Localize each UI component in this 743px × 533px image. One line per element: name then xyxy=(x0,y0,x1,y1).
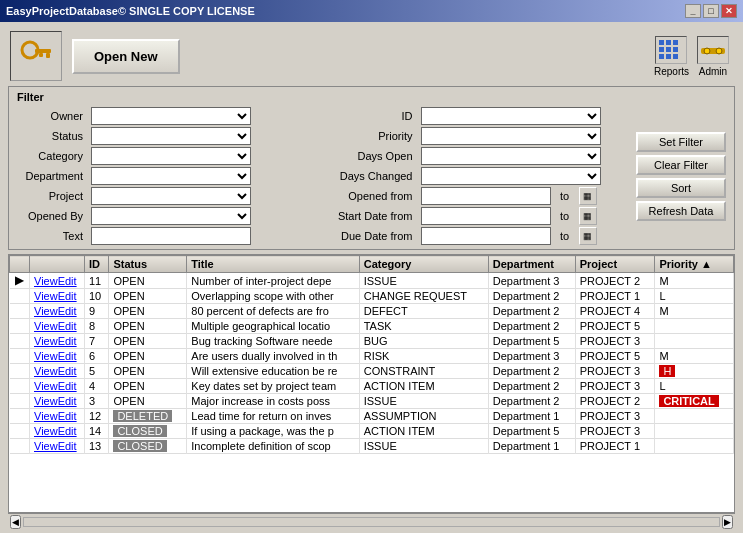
col-id[interactable]: ID xyxy=(85,256,109,273)
start-date-to-label: to xyxy=(555,210,575,222)
col-status[interactable]: Status xyxy=(109,256,187,273)
row-title: 80 percent of defects are fro xyxy=(187,304,359,319)
view-edit-link[interactable]: ViewEdit xyxy=(34,305,77,317)
row-priority: M xyxy=(655,304,734,319)
col-project[interactable]: Project xyxy=(575,256,655,273)
view-edit-link[interactable]: ViewEdit xyxy=(34,395,77,407)
row-status: OPEN xyxy=(109,304,187,319)
col-priority[interactable]: Priority ▲ xyxy=(655,256,734,273)
text-input[interactable] xyxy=(91,227,251,245)
admin-label: Admin xyxy=(699,66,727,77)
department-label: Department xyxy=(17,170,87,182)
opened-from-input[interactable] xyxy=(421,187,551,205)
view-edit-link[interactable]: ViewEdit xyxy=(34,275,77,287)
row-department: Department 2 xyxy=(488,289,575,304)
table-body: ▶ViewEdit11OPENNumber of inter-project d… xyxy=(10,273,734,454)
project-label: Project xyxy=(17,190,87,202)
view-edit-link[interactable]: ViewEdit xyxy=(34,290,77,302)
row-id: 10 xyxy=(85,289,109,304)
row-links[interactable]: ViewEdit xyxy=(30,304,85,319)
row-links[interactable]: ViewEdit xyxy=(30,334,85,349)
col-department[interactable]: Department xyxy=(488,256,575,273)
row-priority: CRITICAL xyxy=(655,394,734,409)
scroll-left-button[interactable]: ◀ xyxy=(10,515,21,529)
row-links[interactable]: ViewEdit xyxy=(30,394,85,409)
admin-icon[interactable] xyxy=(697,36,729,64)
row-priority: L xyxy=(655,289,734,304)
project-select[interactable] xyxy=(91,187,251,205)
row-category: DEFECT xyxy=(359,304,488,319)
col-title[interactable]: Title xyxy=(187,256,359,273)
title-text: EasyProjectDatabase© SINGLE COPY LICENSE xyxy=(6,5,255,17)
view-edit-link[interactable]: ViewEdit xyxy=(34,410,77,422)
view-edit-link[interactable]: ViewEdit xyxy=(34,365,77,377)
reports-icon[interactable] xyxy=(655,36,687,64)
view-edit-link[interactable]: ViewEdit xyxy=(34,350,77,362)
priority-select[interactable] xyxy=(421,127,601,145)
id-select[interactable] xyxy=(421,107,601,125)
row-priority: L xyxy=(655,379,734,394)
clear-filter-button[interactable]: Clear Filter xyxy=(636,155,726,175)
row-priority: M xyxy=(655,273,734,289)
refresh-data-button[interactable]: Refresh Data xyxy=(636,201,726,221)
row-department: Department 5 xyxy=(488,334,575,349)
days-open-select[interactable] xyxy=(421,147,601,165)
row-title: Will extensive education be re xyxy=(187,364,359,379)
sort-button[interactable]: Sort xyxy=(636,178,726,198)
row-indicator xyxy=(10,289,30,304)
row-links[interactable]: ViewEdit xyxy=(30,424,85,439)
view-edit-link[interactable]: ViewEdit xyxy=(34,335,77,347)
row-category: RISK xyxy=(359,349,488,364)
opened-from-date-btn[interactable]: ▦ xyxy=(579,187,597,205)
set-filter-button[interactable]: Set Filter xyxy=(636,132,726,152)
row-links[interactable]: ViewEdit xyxy=(30,409,85,424)
svg-rect-5 xyxy=(666,40,671,45)
start-date-input[interactable] xyxy=(421,207,551,225)
owner-select[interactable] xyxy=(91,107,251,125)
start-date-btn[interactable]: ▦ xyxy=(579,207,597,225)
start-date-label: Start Date from xyxy=(327,210,417,222)
maximize-button[interactable]: □ xyxy=(703,4,719,18)
view-edit-link[interactable]: ViewEdit xyxy=(34,320,77,332)
department-select[interactable] xyxy=(91,167,251,185)
row-links[interactable]: ViewEdit xyxy=(30,289,85,304)
reports-icon-group[interactable]: Reports xyxy=(654,36,689,77)
toolbar-icons: Reports Admin xyxy=(654,36,729,77)
due-date-btn[interactable]: ▦ xyxy=(579,227,597,245)
admin-icon-group[interactable]: Admin xyxy=(697,36,729,77)
due-date-input[interactable] xyxy=(421,227,551,245)
svg-rect-7 xyxy=(659,47,664,52)
row-links[interactable]: ViewEdit xyxy=(30,349,85,364)
col-category[interactable]: Category xyxy=(359,256,488,273)
row-category: ACTION ITEM xyxy=(359,379,488,394)
row-project: PROJECT 3 xyxy=(575,409,655,424)
row-status: OPEN xyxy=(109,349,187,364)
row-department: Department 3 xyxy=(488,349,575,364)
row-status: OPEN xyxy=(109,334,187,349)
opened-by-select[interactable] xyxy=(91,207,251,225)
filter-title: Filter xyxy=(17,91,726,103)
row-category: CHANGE REQUEST xyxy=(359,289,488,304)
row-indicator xyxy=(10,409,30,424)
row-links[interactable]: ViewEdit xyxy=(30,379,85,394)
view-edit-link[interactable]: ViewEdit xyxy=(34,380,77,392)
row-links[interactable]: ViewEdit xyxy=(30,319,85,334)
view-edit-link[interactable]: ViewEdit xyxy=(34,440,77,452)
svg-rect-2 xyxy=(46,53,50,58)
category-select[interactable] xyxy=(91,147,251,165)
view-edit-link[interactable]: ViewEdit xyxy=(34,425,77,437)
horizontal-scrollbar[interactable]: ◀ ▶ xyxy=(8,513,735,529)
days-changed-select[interactable] xyxy=(421,167,601,185)
close-button[interactable]: ✕ xyxy=(721,4,737,18)
row-links[interactable]: ViewEdit xyxy=(30,364,85,379)
status-select[interactable] xyxy=(91,127,251,145)
row-links[interactable]: ViewEdit xyxy=(30,439,85,454)
row-title: Are users dually involved in th xyxy=(187,349,359,364)
title-bar-controls[interactable]: _ □ ✕ xyxy=(685,4,737,18)
open-new-button[interactable]: Open New xyxy=(72,39,180,74)
row-status: OPEN xyxy=(109,289,187,304)
svg-rect-3 xyxy=(39,53,43,57)
scroll-right-button[interactable]: ▶ xyxy=(722,515,733,529)
row-links[interactable]: ViewEdit xyxy=(30,273,85,289)
minimize-button[interactable]: _ xyxy=(685,4,701,18)
